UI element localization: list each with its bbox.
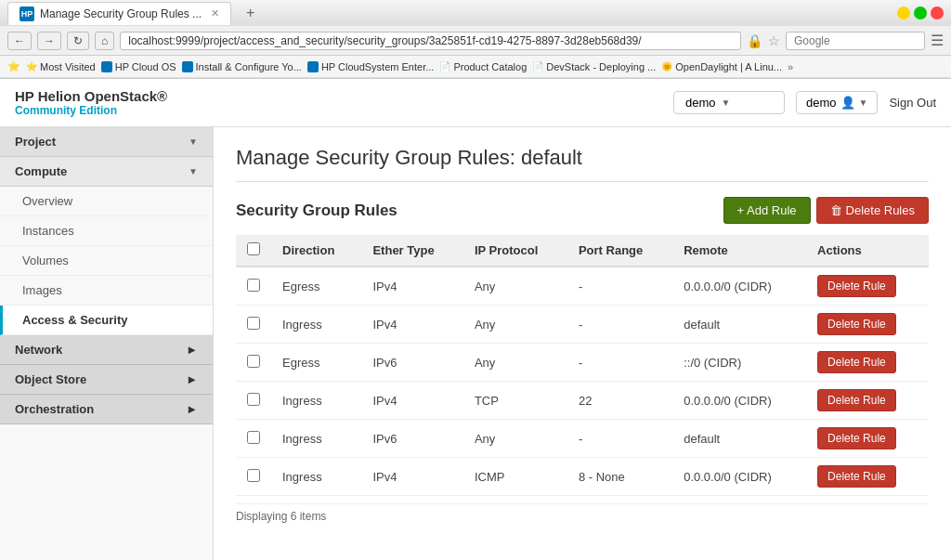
delete-rule-button[interactable]: Delete Rule	[817, 389, 896, 411]
url-bar[interactable]	[120, 32, 741, 50]
bookmark-install[interactable]: Install & Configure Yo...	[182, 61, 302, 72]
bookmark-label: DevStack - Deploying ...	[546, 61, 656, 72]
cell-ip-protocol: Any	[463, 306, 567, 344]
minimize-button[interactable]	[897, 7, 910, 20]
section-title: Security Group Rules	[236, 202, 397, 220]
maximize-button[interactable]	[914, 7, 927, 20]
sidebar-network-arrow-icon: ►	[186, 343, 198, 357]
bookmarks-label: ⭐	[7, 60, 20, 72]
cell-ether-type: IPv4	[361, 306, 462, 344]
row-checkbox[interactable]	[247, 279, 260, 292]
home-button[interactable]: ⌂	[95, 32, 114, 50]
delete-rules-label: Delete Rules	[846, 203, 915, 217]
bookmark-favicon	[307, 61, 319, 72]
cell-ip-protocol: ICMP	[463, 458, 567, 496]
sidebar-compute-label: Compute	[15, 164, 67, 178]
cell-remote: 0.0.0.0/0 (CIDR)	[672, 382, 806, 420]
bookmark-hp-cloud[interactable]: HP Cloud OS	[101, 61, 176, 72]
sidebar-orchestration-label: Orchestration	[15, 402, 94, 416]
delete-rule-button[interactable]: Delete Rule	[817, 313, 896, 335]
sidebar-objectstore-header[interactable]: Object Store ►	[0, 365, 213, 395]
sidebar-orchestration-arrow-icon: ►	[186, 402, 198, 416]
cell-port-range: 8 - None	[567, 458, 672, 496]
sidebar-project-arrow-icon: ▼	[189, 137, 198, 147]
cell-actions: Delete Rule	[806, 306, 929, 344]
cell-actions: Delete Rule	[806, 267, 929, 306]
row-checkbox[interactable]	[247, 431, 260, 444]
security-group-rules-table: Direction Ether Type IP Protocol Port Ra…	[236, 235, 929, 496]
refresh-button[interactable]: ↻	[67, 32, 89, 50]
cell-remote: 0.0.0.0/0 (CIDR)	[672, 458, 806, 496]
sidebar-item-label: Instances	[22, 224, 74, 238]
row-checkbox[interactable]	[247, 317, 260, 330]
table-row: Ingress IPv4 TCP 22 0.0.0.0/0 (CIDR) Del…	[236, 382, 929, 420]
project-value: demo	[685, 96, 716, 110]
sidebar-item-images[interactable]: Images	[0, 276, 213, 306]
add-rule-button[interactable]: + Add Rule	[723, 197, 811, 224]
bookmark-label: Product Catalog	[453, 61, 527, 72]
menu-icon[interactable]: ☰	[931, 32, 944, 49]
row-checkbox[interactable]	[247, 355, 260, 368]
close-button[interactable]	[931, 7, 944, 20]
back-button[interactable]: ←	[7, 32, 32, 50]
delete-rule-button[interactable]: Delete Rule	[817, 465, 896, 488]
cell-ether-type: IPv4	[361, 267, 462, 306]
close-tab-icon[interactable]: ✕	[211, 7, 219, 20]
user-menu-button[interactable]: demo 👤 ▼	[796, 91, 878, 114]
sidebar-compute-header[interactable]: Compute ▼	[0, 157, 213, 187]
signout-button[interactable]: Sign Out	[889, 96, 936, 110]
row-checkbox[interactable]	[247, 393, 260, 406]
new-tab-button[interactable]: +	[239, 5, 262, 21]
sidebar-item-label: Access & Security	[22, 313, 127, 327]
delete-rule-button[interactable]: Delete Rule	[817, 351, 896, 373]
section-header: Security Group Rules + Add Rule 🗑 Delete…	[236, 197, 929, 224]
bookmark-label: HP CloudSystem Enter...	[321, 61, 434, 72]
sidebar-item-overview[interactable]: Overview	[0, 187, 213, 216]
project-selector[interactable]: demo ▼	[673, 91, 785, 114]
delete-rule-button[interactable]: Delete Rule	[817, 427, 896, 449]
sidebar-item-label: Images	[22, 283, 62, 297]
table-row: Ingress IPv4 Any - default Delete Rule	[236, 306, 929, 344]
trash-icon: 🗑	[830, 203, 842, 217]
sidebar-objectstore-label: Object Store	[15, 372, 86, 386]
bookmark-label: HP Cloud OS	[115, 61, 176, 72]
row-checkbox[interactable]	[247, 469, 260, 482]
sidebar-project-label: Project	[15, 135, 56, 149]
cell-port-range: 22	[567, 382, 672, 420]
bookmark-favicon	[182, 61, 193, 72]
sidebar-network-header[interactable]: Network ►	[0, 335, 213, 365]
cell-ether-type: IPv4	[361, 382, 462, 420]
sidebar-orchestration-header[interactable]: Orchestration ►	[0, 395, 213, 424]
sidebar-item-instances[interactable]: Instances	[0, 216, 213, 246]
ssl-icon: 🔒	[747, 33, 762, 48]
search-bar[interactable]	[786, 32, 925, 50]
bookmark-devstack[interactable]: 📄 DevStack - Deploying ...	[532, 61, 656, 72]
cell-remote: 0.0.0.0/0 (CIDR)	[672, 267, 806, 306]
sidebar-item-access-security[interactable]: Access & Security	[0, 306, 213, 335]
star-icon[interactable]: ☆	[768, 33, 780, 48]
bookmark-hpcloud-enter[interactable]: HP CloudSystem Enter...	[307, 61, 434, 72]
forward-button[interactable]: →	[37, 32, 61, 50]
bookmark-most-visited[interactable]: ⭐ Most Visited	[26, 61, 96, 72]
row-checkbox-cell	[236, 420, 271, 458]
col-actions: Actions	[806, 235, 929, 267]
sidebar-project-header[interactable]: Project ▼	[0, 127, 213, 157]
delete-rule-button[interactable]: Delete Rule	[817, 275, 896, 297]
tab-favicon: HP	[20, 7, 34, 21]
user-label: demo	[806, 96, 837, 110]
table-row: Egress IPv6 Any - ::/0 (CIDR) Delete Rul…	[236, 344, 929, 382]
bookmark-opendaylight[interactable]: 🌞 OpenDaylight | A Linu...	[661, 61, 782, 72]
sidebar-network-label: Network	[15, 343, 62, 357]
cell-actions: Delete Rule	[806, 458, 929, 496]
bookmarks-more[interactable]: »	[788, 61, 793, 72]
sidebar-item-volumes[interactable]: Volumes	[0, 246, 213, 276]
delete-rules-button[interactable]: 🗑 Delete Rules	[816, 197, 929, 224]
user-icon: 👤	[840, 96, 855, 110]
bookmark-product-catalog[interactable]: 📄 Product Catalog	[439, 61, 527, 72]
bookmark-favicon: 📄	[532, 61, 543, 72]
browser-tab[interactable]: HP Manage Security Group Rules ... ✕	[7, 2, 231, 25]
action-buttons: + Add Rule 🗑 Delete Rules	[723, 197, 929, 224]
cell-ip-protocol: Any	[463, 420, 567, 458]
select-all-checkbox[interactable]	[247, 242, 260, 255]
col-direction: Direction	[271, 235, 361, 267]
